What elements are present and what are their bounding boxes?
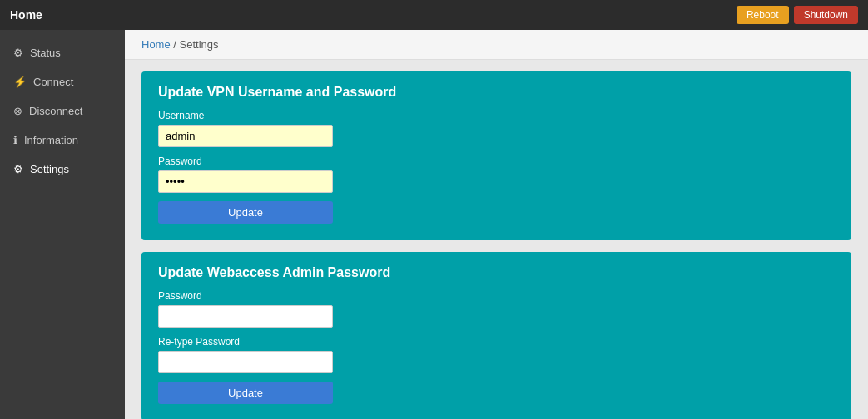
sidebar-item-label-information: Information [24,134,78,146]
sidebar-item-label-connect: Connect [33,76,73,88]
breadcrumb-home-link[interactable]: Home [141,38,171,51]
vpn-password-group: Password [158,155,835,193]
topbar: Home Reboot Shutdown [0,0,868,30]
vpn-username-label: Username [158,110,835,121]
sidebar-item-disconnect[interactable]: ⊗ Disconnect [0,96,125,126]
sidebar-item-settings[interactable]: ⚙ Settings [0,155,125,184]
sidebar: ⚙ Status ⚡ Connect ⊗ Disconnect ℹ Inform… [0,30,125,419]
disconnect-icon: ⊗ [13,105,22,117]
sidebar-item-label-disconnect: Disconnect [29,105,82,117]
status-icon: ⚙ [13,47,23,59]
reboot-button[interactable]: Reboot [737,6,789,24]
webaccess-password-input[interactable] [158,305,333,328]
sidebar-item-information[interactable]: ℹ Information [0,126,125,155]
webaccess-retype-label: Re-type Password [158,336,835,348]
topbar-title: Home [10,8,42,22]
sidebar-item-label-settings: Settings [30,163,69,175]
webaccess-retype-input[interactable] [158,351,333,373]
vpn-card-title: Update VPN Username and Password [158,85,835,100]
webaccess-password-group: Password [158,290,835,328]
webaccess-card: Update Webaccess Admin Password Password… [141,252,851,419]
webaccess-update-button[interactable]: Update [158,382,333,404]
vpn-card: Update VPN Username and Password Usernam… [141,71,851,240]
sidebar-item-status[interactable]: ⚙ Status [0,38,125,67]
connect-icon: ⚡ [13,76,27,88]
content-area: Update VPN Username and Password Usernam… [125,60,868,419]
breadcrumb-current: Settings [180,38,219,51]
layout: ⚙ Status ⚡ Connect ⊗ Disconnect ℹ Inform… [0,30,868,419]
information-icon: ℹ [13,134,17,146]
settings-icon: ⚙ [13,163,23,175]
vpn-password-label: Password [158,155,835,167]
webaccess-retype-group: Re-type Password [158,336,835,373]
webaccess-password-label: Password [158,290,835,302]
webaccess-card-title: Update Webaccess Admin Password [158,265,835,280]
sidebar-item-connect[interactable]: ⚡ Connect [0,67,125,96]
vpn-update-button[interactable]: Update [158,201,333,224]
shutdown-button[interactable]: Shutdown [794,6,858,24]
sidebar-item-label-status: Status [30,47,61,59]
topbar-buttons: Reboot Shutdown [737,6,858,24]
vpn-username-input[interactable] [158,125,333,147]
vpn-username-group: Username [158,110,835,147]
vpn-password-input[interactable] [158,170,333,193]
main-content: Home / Settings Update VPN Username and … [125,30,868,419]
breadcrumb-separator: / [171,38,180,51]
breadcrumb: Home / Settings [125,30,868,60]
